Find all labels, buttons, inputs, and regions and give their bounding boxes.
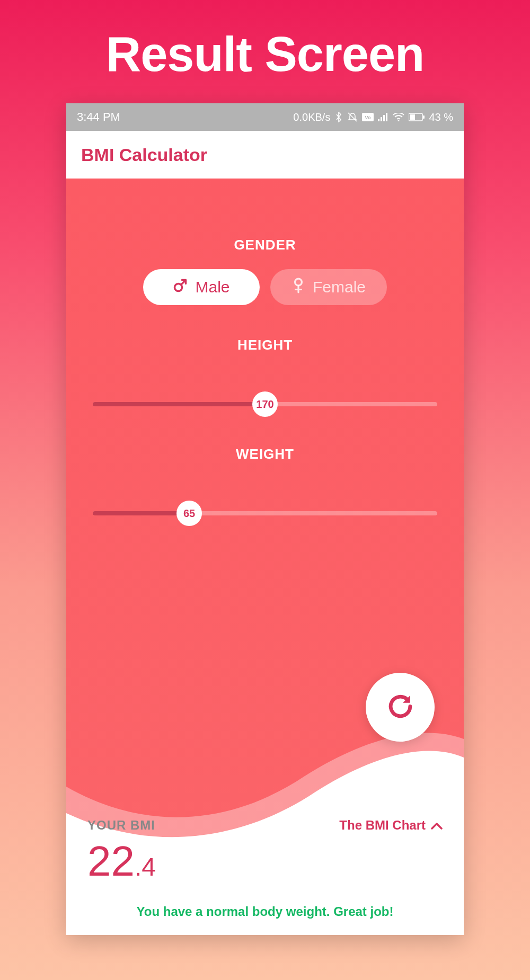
weight-slider-thumb[interactable]: 65	[176, 501, 202, 526]
svg-point-11	[295, 279, 302, 286]
svg-point-6	[398, 120, 400, 122]
svg-rect-4	[383, 115, 385, 121]
bmi-chart-link[interactable]: The BMI Chart	[339, 818, 443, 833]
gender-toggle: Male Female	[66, 269, 464, 305]
gender-female-button[interactable]: Female	[270, 269, 387, 305]
battery-icon	[409, 113, 425, 121]
refresh-button[interactable]	[366, 673, 435, 742]
female-icon	[292, 278, 305, 297]
refresh-icon	[386, 692, 415, 723]
svg-text:Vo: Vo	[365, 115, 371, 120]
svg-rect-5	[386, 113, 387, 121]
status-bar: 3:44 PM 0.0KB/s Vo 43 %	[66, 103, 464, 131]
status-data-rate: 0.0KB/s	[293, 111, 330, 123]
volte-icon: Vo	[362, 113, 374, 121]
app-bar: BMI Calculator	[66, 131, 464, 179]
height-slider-fill	[93, 402, 265, 406]
male-icon	[173, 278, 188, 297]
height-section: HEIGHT 170	[66, 337, 464, 417]
alarm-off-icon	[347, 112, 358, 122]
gender-section: GENDER Male Female	[66, 179, 464, 305]
signal-icon	[378, 113, 388, 121]
phone-frame: 3:44 PM 0.0KB/s Vo 43 % BMI Ca	[66, 103, 464, 935]
height-label: HEIGHT	[66, 337, 464, 353]
status-time: 3:44 PM	[77, 110, 120, 124]
your-bmi-label: YOUR BMI	[87, 818, 155, 833]
svg-rect-3	[381, 117, 382, 121]
bmi-decimal: .4	[135, 852, 156, 881]
result-header: YOUR BMI The BMI Chart	[87, 818, 443, 833]
gender-male-button[interactable]: Male	[143, 269, 260, 305]
svg-rect-2	[378, 119, 379, 121]
bmi-value: 22 .4	[87, 837, 443, 886]
height-slider[interactable]: 170	[93, 390, 437, 417]
gender-label: GENDER	[66, 237, 464, 253]
gender-female-label: Female	[313, 278, 366, 296]
chevron-up-icon	[431, 818, 443, 833]
result-wave-container: YOUR BMI The BMI Chart 22 .4 You have a …	[66, 660, 464, 935]
page-title: Result Screen	[106, 26, 425, 82]
result-message: You have a normal body weight. Great job…	[87, 904, 443, 919]
app-title: BMI Calculator	[81, 145, 207, 165]
gender-male-label: Male	[195, 278, 229, 296]
wifi-icon	[393, 113, 404, 121]
height-slider-thumb[interactable]: 170	[252, 391, 278, 417]
svg-rect-8	[410, 114, 415, 120]
main-content: GENDER Male Female HEIGHT	[66, 179, 464, 935]
svg-rect-9	[423, 115, 425, 119]
result-area: YOUR BMI The BMI Chart 22 .4 You have a …	[66, 818, 464, 935]
status-battery-pct: 43 %	[429, 111, 453, 123]
bmi-integer: 22	[87, 837, 135, 886]
status-right: 0.0KB/s Vo 43 %	[293, 111, 453, 123]
weight-section: WEIGHT 65	[66, 446, 464, 526]
weight-label: WEIGHT	[66, 446, 464, 462]
weight-slider[interactable]: 65	[93, 500, 437, 526]
weight-slider-fill	[93, 511, 189, 515]
bluetooth-icon	[334, 112, 343, 122]
bmi-chart-link-text: The BMI Chart	[339, 818, 426, 833]
